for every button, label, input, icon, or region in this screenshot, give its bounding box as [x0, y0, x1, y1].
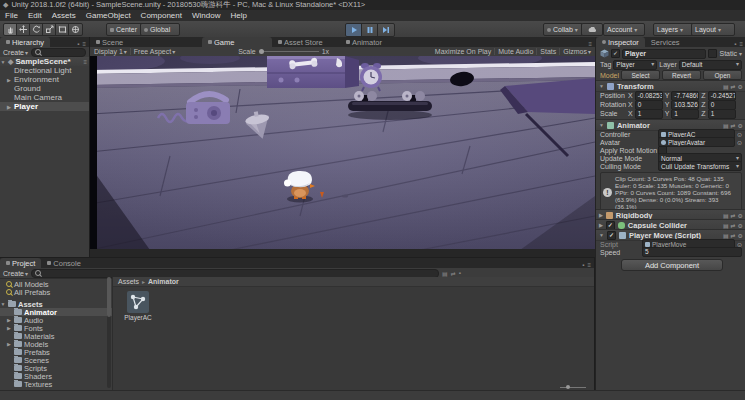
scale-y-field[interactable]: 1	[671, 109, 699, 119]
add-component-button[interactable]: Add Component	[621, 259, 723, 271]
tree-item-assets[interactable]: ▼ Assets	[0, 300, 112, 308]
tab-hierarchy[interactable]: Hierarchy	[0, 37, 50, 47]
prefab-revert-button[interactable]: Revert	[662, 70, 701, 80]
foldout-open-icon[interactable]: ▼	[0, 59, 6, 65]
display-dropdown[interactable]: Display 1▾	[94, 48, 127, 55]
hierarchy-item-main-camera[interactable]: Main Camera	[0, 93, 89, 102]
tab-asset-store[interactable]: Asset Store	[272, 37, 340, 47]
step-button[interactable]	[377, 23, 395, 37]
menu-edit[interactable]: Edit	[23, 10, 47, 21]
foldout-open-icon[interactable]: ▼	[599, 83, 604, 89]
tab-console[interactable]: Console	[41, 258, 87, 268]
panel-menu-icon[interactable]: ≡	[739, 41, 743, 47]
preset-icon[interactable]: ⇄	[731, 222, 736, 229]
foldout-closed-icon[interactable]: ▶	[599, 212, 603, 218]
hierarchy-item-environment[interactable]: ▶ Environment	[0, 75, 89, 84]
tree-item-shaders[interactable]: Shaders	[0, 372, 112, 380]
tree-item-fonts[interactable]: ▶ Fonts	[0, 324, 112, 332]
favorite-all-models[interactable]: All Models	[0, 280, 112, 288]
cloud-button[interactable]	[581, 23, 603, 36]
foldout-closed-icon[interactable]: ▶	[6, 317, 12, 323]
breadcrumb-current[interactable]: Animator	[148, 278, 179, 285]
object-name-field[interactable]: Player	[622, 49, 706, 59]
asset-playerac[interactable]: PlayerAC	[121, 291, 155, 321]
gear-icon[interactable]: ⚙	[738, 232, 743, 239]
culling-mode-dropdown[interactable]: Cull Update Transforms▾	[658, 161, 742, 171]
foldout-closed-icon[interactable]: ▶	[6, 77, 12, 83]
gear-icon[interactable]: ⚙	[738, 222, 743, 229]
gear-icon[interactable]: ⚙	[738, 122, 743, 129]
layer-dropdown[interactable]: Default▾	[679, 60, 742, 70]
search-by-label-icon[interactable]: ⇄	[451, 270, 456, 277]
aspect-dropdown[interactable]: Free Aspect▾	[134, 48, 175, 55]
preset-icon[interactable]: ⇄	[731, 232, 736, 239]
scale-slider[interactable]	[259, 51, 319, 52]
static-checkbox[interactable]	[708, 49, 717, 58]
foldout-closed-icon[interactable]: ▶	[599, 222, 603, 228]
tree-item-models[interactable]: ▶ Models	[0, 340, 112, 348]
static-dropdown-icon[interactable]: ▾	[739, 50, 742, 57]
foldout-closed-icon[interactable]: ▶	[6, 325, 12, 331]
foldout-open-icon[interactable]: ▼	[599, 232, 604, 238]
project-create-button[interactable]: Create▾	[3, 270, 28, 277]
menu-assets[interactable]: Assets	[47, 10, 81, 21]
scene-menu-icon[interactable]: ≡	[83, 59, 89, 65]
tab-game[interactable]: Game	[202, 37, 272, 47]
layers-dropdown[interactable]: Layers ▾	[653, 23, 695, 36]
tree-item-prefabs[interactable]: Prefabs	[0, 348, 112, 356]
preset-icon[interactable]: ⇄	[731, 212, 736, 219]
maximize-on-play-toggle[interactable]: Maximize On Play	[435, 48, 491, 55]
foldout-open-icon[interactable]: ▼	[0, 301, 6, 307]
tree-item-scripts[interactable]: Scripts	[0, 364, 112, 372]
stats-toggle[interactable]: Stats	[540, 48, 556, 55]
object-picker-icon[interactable]: ⊙	[737, 131, 742, 138]
hierarchy-item-player[interactable]: ▶ Player	[0, 102, 89, 111]
tree-item-textures[interactable]: Textures	[0, 380, 112, 388]
player-move-checkbox[interactable]: ✓	[607, 231, 616, 240]
prefab-select-button[interactable]: Select	[621, 70, 660, 80]
menu-window[interactable]: Window	[187, 10, 225, 21]
speed-field[interactable]: 5	[642, 247, 742, 257]
tab-project[interactable]: Project	[0, 258, 41, 268]
tree-scrollbar[interactable]	[107, 277, 111, 388]
tab-scene[interactable]: Scene	[90, 37, 202, 47]
help-icon[interactable]: ▤	[723, 232, 729, 239]
account-dropdown[interactable]: Account ▾	[603, 23, 645, 36]
tag-dropdown[interactable]: Player▾	[613, 60, 657, 70]
thumbnail-size-slider[interactable]	[560, 387, 586, 388]
space-toggle-button[interactable]: Global	[140, 23, 180, 36]
hierarchy-item-directional-light[interactable]: Directional Light	[0, 66, 89, 75]
active-checkbox[interactable]: ✓	[611, 49, 620, 58]
tree-item-audio[interactable]: ▶ Audio	[0, 316, 112, 324]
favorites-star-icon[interactable]: ▪	[459, 270, 461, 277]
scale-z-field[interactable]: 1	[708, 109, 736, 119]
layout-dropdown[interactable]: Layout ▾	[691, 23, 735, 36]
tree-item-animator[interactable]: Animator	[0, 308, 112, 316]
menu-gameobject[interactable]: GameObject	[81, 10, 136, 21]
object-picker-icon[interactable]: ⊙	[737, 139, 742, 146]
menu-file[interactable]: File	[0, 10, 23, 21]
tab-services[interactable]: Services	[645, 37, 686, 47]
gear-icon[interactable]: ⚙	[738, 212, 743, 219]
foldout-open-icon[interactable]: ▼	[599, 122, 604, 128]
menu-help[interactable]: Help	[225, 10, 251, 21]
preset-icon[interactable]: ⇄	[731, 83, 736, 90]
help-icon[interactable]: ▤	[723, 83, 729, 90]
prefab-open-button[interactable]: Open	[703, 70, 742, 80]
preset-icon[interactable]: ⇄	[731, 122, 736, 129]
collab-dropdown[interactable]: Collab ▾	[543, 23, 583, 36]
tab-animator[interactable]: Animator	[340, 37, 404, 47]
help-icon[interactable]: ▤	[723, 222, 729, 229]
help-icon[interactable]: ▤	[723, 122, 729, 129]
menu-component[interactable]: Component	[136, 10, 187, 21]
scene-row[interactable]: ▼ ◆ SampleScene* ≡	[0, 57, 89, 66]
hierarchy-create-button[interactable]: Create▾	[3, 49, 28, 56]
hierarchy-search-input[interactable]	[31, 48, 86, 57]
scale-x-field[interactable]: 1	[635, 109, 663, 119]
foldout-closed-icon[interactable]: ▶	[6, 104, 12, 110]
foldout-closed-icon[interactable]: ▶	[6, 341, 12, 347]
tree-item-scenes[interactable]: Scenes	[0, 356, 112, 364]
lock-icon[interactable]: ▪	[734, 41, 736, 47]
help-icon[interactable]: ▤	[723, 212, 729, 219]
tab-inspector[interactable]: Inspector	[596, 37, 645, 47]
